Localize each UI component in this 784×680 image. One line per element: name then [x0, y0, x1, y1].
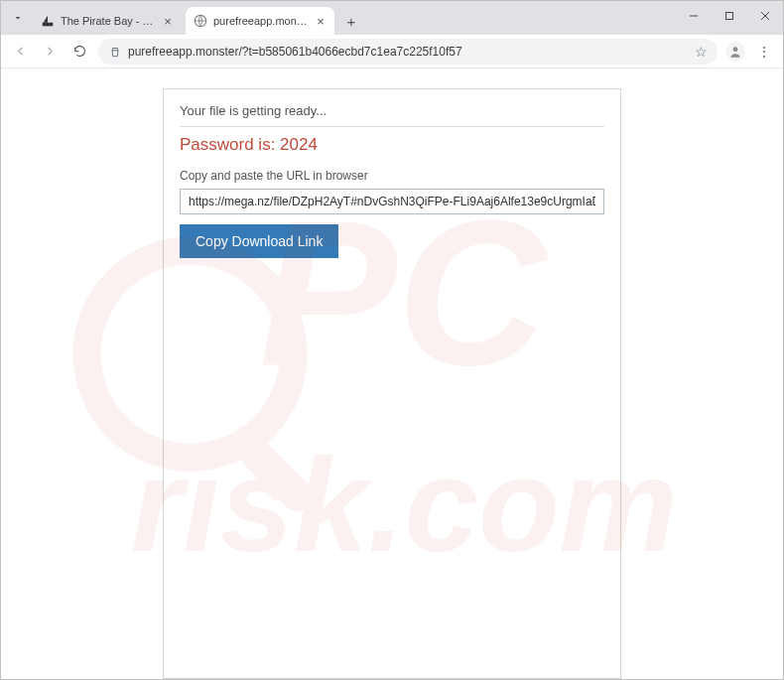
tab-title: The Pirate Bay - The galaxy's m	[61, 15, 158, 27]
minimize-button[interactable]	[676, 1, 712, 31]
omnibox[interactable]: ☆	[98, 39, 718, 65]
close-tab-icon[interactable]: ×	[315, 15, 327, 27]
instruction-text: Copy and paste the URL in browser	[180, 169, 604, 183]
url-input[interactable]	[128, 45, 689, 59]
pirate-bay-favicon-icon	[41, 14, 55, 28]
download-url-field[interactable]	[180, 189, 604, 214]
reload-button[interactable]	[68, 41, 90, 63]
site-settings-icon[interactable]	[108, 45, 122, 59]
window-controls	[676, 1, 783, 31]
globe-favicon-icon	[194, 14, 207, 28]
forward-button[interactable]	[39, 41, 61, 63]
address-bar: ☆ ⋮	[1, 35, 783, 68]
bookmark-star-icon[interactable]: ☆	[695, 44, 708, 60]
browser-window: The Pirate Bay - The galaxy's m × purefr…	[1, 1, 783, 679]
tab-title: purefreeapp.monster/?t=b585	[213, 15, 311, 27]
copy-download-link-button[interactable]: Copy Download Link	[180, 224, 338, 258]
profile-avatar[interactable]	[725, 42, 745, 62]
maximize-button[interactable]	[712, 1, 747, 31]
svg-rect-3	[726, 13, 733, 20]
svg-point-7	[733, 47, 738, 52]
tab-search-button[interactable]	[7, 4, 29, 32]
tab-strip: The Pirate Bay - The galaxy's m × purefr…	[1, 1, 783, 35]
browser-tab-pirate-bay[interactable]: The Pirate Bay - The galaxy's m ×	[33, 7, 182, 35]
panel-title: Your file is getting ready...	[180, 103, 604, 127]
download-panel: Your file is getting ready... Password i…	[163, 88, 621, 679]
password-label: Password is: 2024	[180, 135, 604, 155]
page-content: Your file is getting ready... Password i…	[1, 68, 783, 679]
close-window-button[interactable]	[747, 1, 783, 31]
back-button[interactable]	[9, 41, 31, 63]
close-tab-icon[interactable]: ×	[162, 15, 174, 27]
svg-rect-0	[43, 23, 54, 27]
new-tab-button[interactable]: +	[338, 8, 364, 34]
chrome-menu-button[interactable]: ⋮	[753, 44, 775, 60]
browser-tab-purefreeapp[interactable]: purefreeapp.monster/?t=b585 ×	[186, 7, 334, 35]
